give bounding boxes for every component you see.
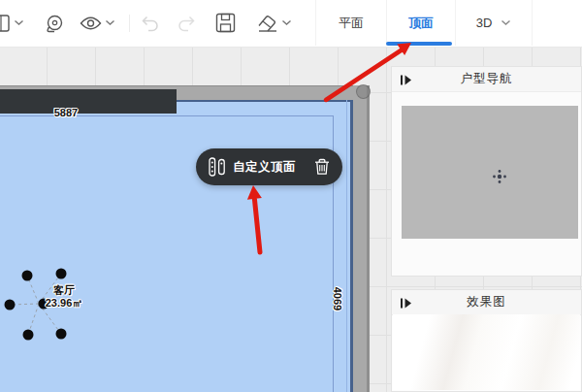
panel-header: 户型导航	[392, 67, 581, 92]
chevron-down-icon	[281, 19, 292, 26]
custom-ceiling-label: 自定义顶面	[233, 159, 296, 176]
top-toolbar: 平面 顶面 3D	[0, 0, 582, 48]
visibility-button[interactable]	[80, 15, 102, 32]
cabinet-tool-button[interactable]	[0, 14, 11, 33]
delete-button[interactable]	[314, 158, 342, 176]
dimension-label-top: 5887	[37, 107, 95, 118]
room-name: 客厅	[33, 284, 95, 297]
collapse-panel-button[interactable]	[400, 73, 412, 85]
undo-button[interactable]	[141, 15, 160, 32]
tab-underline	[386, 42, 452, 46]
tab-ceiling-view[interactable]: 顶面	[386, 0, 455, 46]
chevron-down-icon	[501, 19, 511, 26]
eraser-button[interactable]	[256, 14, 279, 35]
panel-title: 效果图	[467, 294, 506, 310]
tab-3d-view[interactable]: 3D	[455, 0, 533, 46]
custom-ceiling-icon	[209, 157, 226, 177]
toolbar-divider	[129, 15, 130, 32]
dimension-label-right: 4069	[330, 278, 343, 320]
visibility-dropdown-chevron[interactable]	[105, 19, 115, 26]
chevron-down-icon	[105, 19, 115, 26]
floorplan-navigation-panel: 户型导航	[391, 66, 582, 277]
camera-position-icon	[492, 169, 507, 184]
collapse-panel-icon	[400, 74, 412, 86]
undo-icon	[141, 15, 160, 32]
view-mode-tabs: 平面 顶面 3D	[315, 0, 533, 46]
room-area: 23.96㎡	[33, 297, 95, 310]
renderings-thumbnails-area	[393, 314, 580, 390]
context-toolbar[interactable]: 自定义顶面	[196, 148, 342, 185]
renderings-panel: 效果图	[391, 289, 582, 392]
floorplan-minimap[interactable]	[402, 106, 578, 239]
custom-ceiling-button[interactable]: 自定义顶面	[196, 157, 296, 177]
tab-plan-view[interactable]: 平面	[315, 0, 386, 46]
eraser-icon	[256, 14, 279, 35]
tab-label: 顶面	[408, 15, 434, 32]
chevron-down-icon	[14, 19, 24, 26]
save-button[interactable]	[215, 13, 236, 33]
tab-label: 3D	[476, 16, 493, 30]
redo-button[interactable]	[177, 15, 196, 32]
room-label: 客厅 23.96㎡	[33, 284, 95, 310]
panel-title: 户型导航	[461, 71, 513, 87]
save-icon	[215, 13, 236, 33]
tab-label: 平面	[339, 15, 364, 32]
panel-header: 效果图	[392, 290, 581, 315]
tape-measure-icon	[44, 14, 65, 35]
redo-icon	[177, 15, 196, 32]
visibility-icon	[80, 15, 102, 32]
cabinet-tool-icon	[0, 14, 11, 33]
collapse-panel-icon	[400, 297, 412, 310]
trash-icon	[314, 158, 330, 176]
measure-tool-button[interactable]	[44, 14, 65, 35]
collapse-panel-button[interactable]	[400, 296, 412, 309]
eraser-dropdown-chevron[interactable]	[281, 19, 292, 26]
cabinet-dropdown-chevron[interactable]	[14, 19, 24, 26]
